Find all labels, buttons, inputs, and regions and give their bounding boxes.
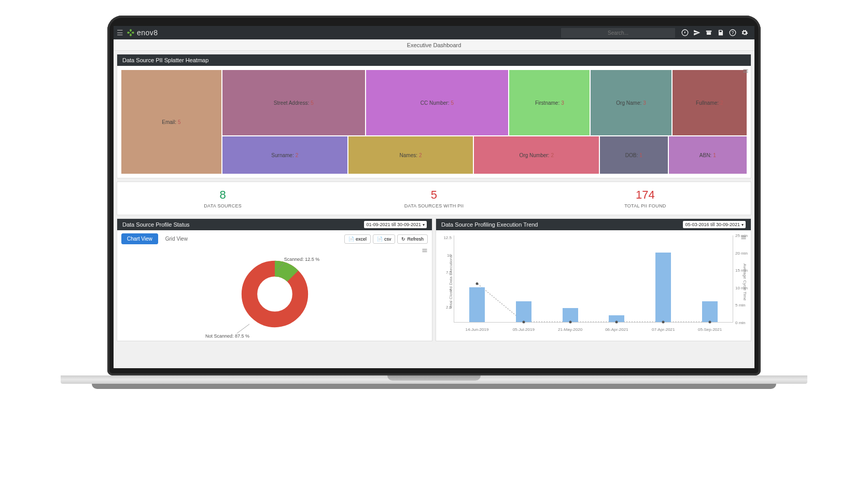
x-tick: 05-Sep-2021 bbox=[697, 327, 723, 332]
line-point[interactable] bbox=[662, 321, 665, 324]
stat-card: 174TOTAL PII FOUND bbox=[540, 182, 751, 215]
bar[interactable] bbox=[563, 308, 578, 322]
y-axis-left-title: Total Closed Data Executions bbox=[449, 255, 453, 310]
stat-label: TOTAL PII FOUND bbox=[543, 203, 748, 208]
archive-icon[interactable] bbox=[705, 29, 712, 36]
heatmap-panel: Data Source PII Splatter Heatmap Email:5… bbox=[117, 54, 751, 178]
svg-text:?: ? bbox=[732, 31, 734, 35]
bar-line-chart[interactable]: Total Closed Data Executions Average Cyc… bbox=[436, 230, 751, 334]
date-range-picker[interactable]: 01-09-2021 till 30-09-2021 bbox=[364, 221, 427, 228]
save-icon[interactable] bbox=[717, 29, 724, 36]
stat-card: 5DATA SOURCES WITH PII bbox=[328, 182, 539, 215]
stat-value: 174 bbox=[543, 188, 748, 202]
stat-value: 8 bbox=[120, 188, 325, 202]
treemap-cell[interactable]: ABN:1 bbox=[669, 136, 747, 174]
stats-row: 8DATA SOURCES5DATA SOURCES WITH PII174TO… bbox=[117, 182, 751, 215]
top-bar: ☰ enov8 ? bbox=[114, 26, 754, 39]
stat-card: 8DATA SOURCES bbox=[117, 182, 328, 215]
treemap-cell[interactable]: CC Number:5 bbox=[366, 70, 509, 135]
line-point[interactable] bbox=[569, 321, 571, 324]
page-title: Executive Dashboard bbox=[407, 42, 461, 48]
heatmap-header: Data Source PII Splatter Heatmap bbox=[117, 54, 751, 66]
bar[interactable] bbox=[469, 287, 485, 322]
help-icon[interactable]: ? bbox=[729, 29, 736, 36]
treemap-cell[interactable]: DOB:1 bbox=[600, 136, 667, 174]
gear-icon[interactable] bbox=[741, 29, 748, 36]
chart-menu-icon[interactable] bbox=[743, 68, 749, 75]
stat-label: DATA SOURCES WITH PII bbox=[331, 203, 536, 208]
profile-status-panel: Data Source Profile Status 01-09-2021 ti… bbox=[117, 218, 432, 341]
brand-text: enov8 bbox=[137, 29, 158, 37]
donut-label-scanned: Scanned: 12.5 % bbox=[284, 257, 320, 262]
treemap-chart[interactable]: Email:5Street Address:5CC Number:5Firstn… bbox=[121, 70, 747, 174]
date-range-picker[interactable]: 05-03-2016 till 30-09-2021 bbox=[683, 221, 746, 228]
x-tick: 21-May-2020 bbox=[557, 327, 583, 332]
y-tick-right: 0 min bbox=[735, 320, 749, 325]
chart-menu-icon[interactable] bbox=[740, 234, 747, 242]
search-input[interactable] bbox=[561, 28, 675, 38]
treemap-cell[interactable]: Firstname:3 bbox=[509, 70, 590, 135]
exec-trend-panel: Data Source Profiling Execution Trend 05… bbox=[436, 218, 751, 341]
export-csv-button[interactable]: 📄 csv bbox=[373, 234, 396, 244]
hamburger-menu-icon[interactable]: ☰ bbox=[117, 29, 123, 37]
y-tick-left: 12.5 bbox=[438, 235, 452, 240]
x-tick: 07-Apr-2021 bbox=[650, 327, 676, 332]
tab-grid-view[interactable]: Grid View bbox=[160, 234, 193, 244]
send-icon[interactable] bbox=[693, 29, 701, 36]
x-tick: 14-Jun-2019 bbox=[464, 327, 490, 332]
refresh-button[interactable]: ↻ Refresh bbox=[397, 234, 428, 244]
line-point[interactable] bbox=[522, 321, 525, 324]
treemap-cell[interactable]: Email:5 bbox=[121, 70, 221, 174]
y-tick-left: 2.5 bbox=[438, 305, 452, 310]
stat-value: 5 bbox=[331, 188, 536, 202]
treemap-cell[interactable]: Org Number:2 bbox=[474, 136, 599, 174]
treemap-cell[interactable]: Surname:2 bbox=[222, 136, 347, 174]
y-tick-right: 10 min bbox=[735, 286, 749, 290]
line-point[interactable] bbox=[709, 321, 711, 324]
compass-icon[interactable] bbox=[681, 29, 689, 36]
page-title-bar: Executive Dashboard bbox=[114, 39, 754, 51]
y-tick-left: 7.5 bbox=[438, 270, 452, 275]
brand-logo[interactable]: enov8 bbox=[127, 29, 158, 37]
profile-status-title: Data Source Profile Status bbox=[122, 221, 190, 228]
x-tick: 05-Jul-2019 bbox=[511, 327, 537, 332]
stat-label: DATA SOURCES bbox=[120, 203, 325, 208]
clover-icon bbox=[127, 29, 135, 37]
treemap-cell[interactable]: Street Address:5 bbox=[222, 70, 365, 135]
y-tick-right: 5 min bbox=[735, 303, 749, 308]
donut-label-not-scanned: Not Scanned: 87.5 % bbox=[205, 333, 249, 339]
tab-chart-view[interactable]: Chart View bbox=[121, 233, 158, 244]
x-tick: 06-Apr-2021 bbox=[604, 327, 629, 332]
bar[interactable] bbox=[702, 301, 718, 322]
bar[interactable] bbox=[516, 301, 531, 322]
y-tick-right: 20 min bbox=[735, 251, 749, 256]
chart-menu-icon[interactable] bbox=[422, 247, 428, 255]
donut-chart[interactable]: Scanned: 12.5 % Not Scanned: 87.5 % bbox=[117, 247, 432, 341]
y-tick-left: 10 bbox=[438, 253, 452, 258]
export-excel-button[interactable]: 📄 excel bbox=[344, 234, 371, 244]
treemap-cell[interactable]: Fullname:2 bbox=[673, 70, 747, 135]
y-tick-left: 5 bbox=[438, 288, 452, 292]
line-point[interactable] bbox=[615, 321, 618, 324]
y-tick-right: 15 min bbox=[735, 268, 749, 273]
line-point[interactable] bbox=[475, 283, 478, 285]
treemap-cell[interactable]: Org Name:3 bbox=[591, 70, 671, 135]
treemap-cell[interactable]: Names:2 bbox=[348, 136, 473, 174]
bar[interactable] bbox=[655, 253, 671, 322]
exec-trend-title: Data Source Profiling Execution Trend bbox=[441, 221, 538, 228]
